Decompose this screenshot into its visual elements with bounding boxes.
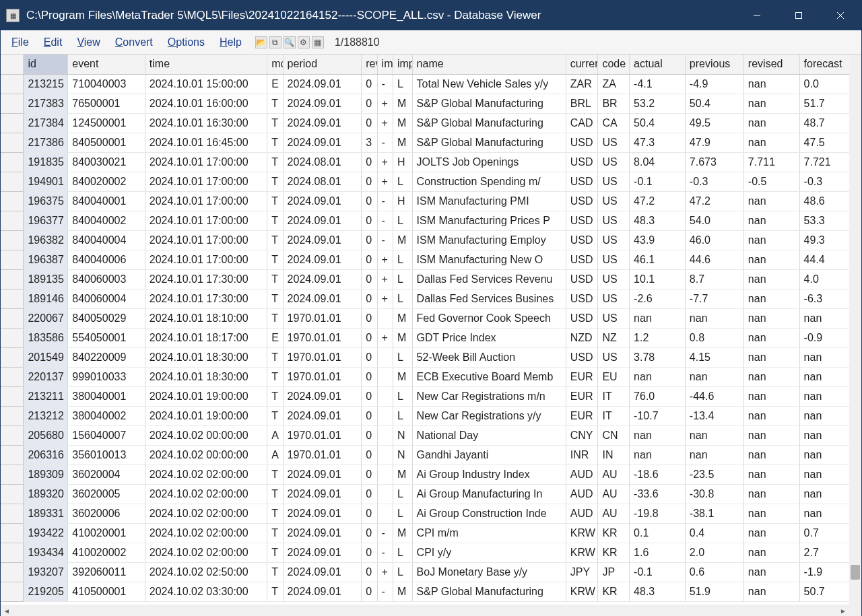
cell-event[interactable]: 840040006 bbox=[68, 250, 145, 269]
cell-previous[interactable]: 54.0 bbox=[685, 211, 743, 230]
table-row[interactable]: 1963828400400042024.10.01 17:00:00T2024.… bbox=[1, 230, 861, 250]
cell-actual[interactable]: -18.6 bbox=[630, 465, 686, 484]
col-id[interactable]: id bbox=[24, 55, 68, 74]
cell-name[interactable]: GDT Price Index bbox=[412, 328, 566, 347]
table-row[interactable]: 2063163560100132024.10.02 00:00:00A1970.… bbox=[1, 445, 861, 465]
cell-imp[interactable]: M bbox=[393, 308, 412, 328]
row-header[interactable] bbox=[1, 289, 24, 308]
cell-actual[interactable]: 10.1 bbox=[630, 269, 686, 289]
cell-currer[interactable]: KRW bbox=[566, 523, 598, 543]
cell-imp[interactable]: M bbox=[393, 113, 412, 133]
cell-previous[interactable]: -7.7 bbox=[685, 289, 743, 308]
cell-id[interactable]: 217386 bbox=[24, 133, 68, 152]
cell-revised[interactable]: 7.711 bbox=[743, 152, 799, 172]
menu-convert[interactable]: Convert bbox=[108, 34, 160, 51]
cell-period[interactable]: 2024.09.01 bbox=[283, 582, 362, 601]
cell-currer[interactable]: USD bbox=[566, 133, 598, 152]
cell-rev[interactable]: 0 bbox=[362, 465, 377, 484]
cell-code[interactable]: US bbox=[598, 230, 630, 250]
cell-mc[interactable]: T bbox=[267, 367, 283, 386]
table-row[interactable]: 2173868405000012024.10.01 16:45:00T2024.… bbox=[1, 133, 861, 152]
col-time[interactable]: time bbox=[145, 55, 267, 74]
cell-actual[interactable]: 53.2 bbox=[630, 94, 686, 113]
cell-time[interactable]: 2024.10.01 18:30:00 bbox=[145, 347, 267, 367]
cell-actual[interactable]: 48.3 bbox=[630, 582, 686, 601]
table-row[interactable]: 2173841245000012024.10.01 16:30:00T2024.… bbox=[1, 113, 861, 133]
table-row[interactable]: 1891358400600032024.10.01 17:30:00T2024.… bbox=[1, 269, 861, 289]
cell-name[interactable]: Total New Vehicle Sales y/y bbox=[412, 74, 566, 94]
cell-time[interactable]: 2024.10.02 02:00:00 bbox=[145, 543, 267, 562]
cell-code[interactable]: US bbox=[598, 172, 630, 191]
cell-currer[interactable]: CAD bbox=[566, 113, 598, 133]
cell-revised[interactable]: -0.5 bbox=[743, 172, 799, 191]
cell-im[interactable]: - bbox=[377, 74, 393, 94]
cell-currer[interactable]: USD bbox=[566, 172, 598, 191]
table-row[interactable]: 2201379990100332024.10.01 18:30:00T1970.… bbox=[1, 367, 861, 386]
cell-im[interactable]: - bbox=[377, 191, 393, 211]
cell-period[interactable]: 1970.01.01 bbox=[283, 347, 362, 367]
cell-mc[interactable]: A bbox=[267, 425, 283, 445]
cell-imp[interactable]: L bbox=[393, 562, 412, 582]
cell-time[interactable]: 2024.10.01 17:30:00 bbox=[145, 269, 267, 289]
cell-rev[interactable]: 0 bbox=[362, 328, 377, 347]
cell-imp[interactable]: L bbox=[393, 172, 412, 191]
cell-rev[interactable]: 0 bbox=[362, 347, 377, 367]
cell-id[interactable]: 213211 bbox=[24, 386, 68, 406]
table-row[interactable]: 1891468400600042024.10.01 17:30:00T2024.… bbox=[1, 289, 861, 308]
row-header[interactable] bbox=[1, 94, 24, 113]
cell-period[interactable]: 2024.09.01 bbox=[283, 191, 362, 211]
cell-actual[interactable]: 1.2 bbox=[630, 328, 686, 347]
cell-code[interactable]: IT bbox=[598, 386, 630, 406]
cell-code[interactable]: AU bbox=[598, 465, 630, 484]
cell-mc[interactable]: T bbox=[267, 543, 283, 562]
cell-period[interactable]: 2024.09.01 bbox=[283, 211, 362, 230]
cell-currer[interactable]: EUR bbox=[566, 406, 598, 425]
cell-actual[interactable]: -4.1 bbox=[630, 74, 686, 94]
cell-rev[interactable]: 0 bbox=[362, 504, 377, 523]
cell-actual[interactable]: nan bbox=[630, 445, 686, 465]
cell-time[interactable]: 2024.10.01 18:30:00 bbox=[145, 367, 267, 386]
cell-rev[interactable]: 0 bbox=[362, 406, 377, 425]
row-header[interactable] bbox=[1, 562, 24, 582]
cell-revised[interactable]: nan bbox=[743, 113, 799, 133]
rownum-header[interactable] bbox=[1, 55, 24, 74]
cell-code[interactable]: US bbox=[598, 250, 630, 269]
cell-event[interactable]: 554050001 bbox=[68, 328, 145, 347]
cell-code[interactable]: US bbox=[598, 191, 630, 211]
cell-code[interactable]: US bbox=[598, 289, 630, 308]
cell-code[interactable]: KR bbox=[598, 582, 630, 601]
cell-revised[interactable]: nan bbox=[743, 269, 799, 289]
cell-actual[interactable]: nan bbox=[630, 308, 686, 328]
table-row[interactable]: 1934224100200012024.10.02 02:00:00T2024.… bbox=[1, 523, 861, 543]
cell-rev[interactable]: 0 bbox=[362, 425, 377, 445]
row-header[interactable] bbox=[1, 465, 24, 484]
cell-previous[interactable]: 51.9 bbox=[685, 582, 743, 601]
cell-period[interactable]: 2024.08.01 bbox=[283, 172, 362, 191]
cell-code[interactable]: JP bbox=[598, 562, 630, 582]
cell-period[interactable]: 2024.09.01 bbox=[283, 562, 362, 582]
cell-code[interactable]: US bbox=[598, 308, 630, 328]
scroll-left-icon[interactable]: ◄ bbox=[1, 605, 13, 616]
cell-actual[interactable]: nan bbox=[630, 367, 686, 386]
cell-im[interactable] bbox=[377, 406, 393, 425]
cell-period[interactable]: 2024.09.01 bbox=[283, 543, 362, 562]
cell-time[interactable]: 2024.10.02 02:00:00 bbox=[145, 484, 267, 504]
cell-event[interactable]: 156040007 bbox=[68, 425, 145, 445]
cell-revised[interactable]: nan bbox=[743, 133, 799, 152]
cell-event[interactable]: 356010013 bbox=[68, 445, 145, 465]
cell-rev[interactable]: 0 bbox=[362, 230, 377, 250]
cell-time[interactable]: 2024.10.01 17:00:00 bbox=[145, 230, 267, 250]
cell-imp[interactable]: M bbox=[393, 230, 412, 250]
close-button[interactable] bbox=[820, 1, 861, 30]
cell-id[interactable]: 217384 bbox=[24, 113, 68, 133]
cell-name[interactable]: CPI m/m bbox=[412, 523, 566, 543]
col-revised[interactable]: revised bbox=[743, 55, 799, 74]
cell-previous[interactable]: -44.6 bbox=[685, 386, 743, 406]
cell-im[interactable] bbox=[377, 308, 393, 328]
cell-actual[interactable]: 47.2 bbox=[630, 191, 686, 211]
cell-imp[interactable]: N bbox=[393, 445, 412, 465]
cell-id[interactable]: 189331 bbox=[24, 504, 68, 523]
cell-time[interactable]: 2024.10.02 00:00:00 bbox=[145, 425, 267, 445]
settings-icon[interactable]: ⚙ bbox=[298, 36, 310, 48]
maximize-button[interactable] bbox=[778, 1, 820, 30]
